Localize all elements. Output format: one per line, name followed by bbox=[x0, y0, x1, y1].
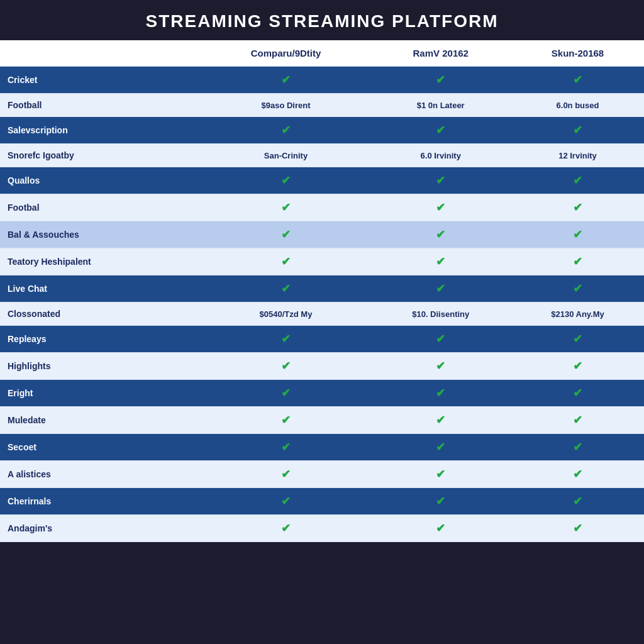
check-icon: ✔ bbox=[281, 387, 291, 399]
check-icon: ✔ bbox=[436, 201, 445, 214]
comparison-table: Comparu/9Dtity RamV 20162 Skun-20168 Cri… bbox=[0, 40, 644, 542]
cell-col1: ✔ bbox=[202, 194, 370, 221]
feature-label: Muledate bbox=[0, 407, 202, 434]
cell-col3: ✔ bbox=[511, 194, 644, 221]
price-value: $9aso Dirent bbox=[261, 101, 310, 110]
check-icon: ✔ bbox=[281, 360, 291, 372]
check-icon: ✔ bbox=[436, 255, 445, 268]
table-row: Cherirnals✔✔✔ bbox=[0, 488, 644, 515]
check-icon: ✔ bbox=[573, 522, 582, 535]
check-icon: ✔ bbox=[281, 282, 291, 295]
check-icon: ✔ bbox=[573, 387, 582, 399]
table-row: Bal & Assouches✔✔✔ bbox=[0, 221, 644, 248]
cell-col1: ✔ bbox=[202, 461, 370, 488]
check-icon: ✔ bbox=[436, 74, 445, 86]
cell-col2: ✔ bbox=[370, 117, 511, 144]
check-icon: ✔ bbox=[573, 255, 582, 268]
cell-col1: ✔ bbox=[202, 167, 370, 194]
price-value: $2130 Any.My bbox=[551, 309, 604, 319]
cell-col2: ✔ bbox=[370, 275, 511, 303]
cell-col3: ✔ bbox=[511, 434, 644, 461]
check-icon: ✔ bbox=[281, 333, 291, 345]
price-value: 6.0 Irvinity bbox=[421, 151, 461, 160]
page-header: STREAMING STREAMING PLATFORM bbox=[0, 0, 644, 40]
price-value: 6.0n bused bbox=[557, 101, 599, 110]
check-icon: ✔ bbox=[436, 414, 445, 426]
check-icon: ✔ bbox=[281, 495, 291, 508]
check-icon: ✔ bbox=[436, 360, 445, 372]
table-row: Andagim's✔✔✔ bbox=[0, 515, 644, 542]
check-icon: ✔ bbox=[281, 522, 291, 535]
feature-label: Andagim's bbox=[0, 515, 202, 542]
price-value: $10. Diisentiny bbox=[412, 309, 469, 319]
cell-col2: ✔ bbox=[370, 67, 511, 94]
check-icon: ✔ bbox=[281, 255, 291, 268]
cell-col2: ✔ bbox=[370, 434, 511, 461]
cell-col2: 6.0 Irvinity bbox=[370, 144, 511, 167]
table-row: Footbal✔✔✔ bbox=[0, 194, 644, 221]
main-container: STREAMING STREAMING PLATFORM Comparu/9Dt… bbox=[0, 0, 644, 644]
check-icon: ✔ bbox=[573, 441, 582, 453]
check-icon: ✔ bbox=[436, 228, 445, 241]
check-icon: ✔ bbox=[436, 522, 445, 535]
table-row: Live Chat✔✔✔ bbox=[0, 275, 644, 303]
check-icon: ✔ bbox=[281, 124, 291, 136]
price-value: 12 Irvinity bbox=[558, 151, 597, 160]
check-icon: ✔ bbox=[281, 228, 291, 241]
table-row: Cricket✔✔✔ bbox=[0, 67, 644, 94]
cell-col2: ✔ bbox=[370, 248, 511, 275]
cell-col3: $2130 Any.My bbox=[511, 303, 644, 326]
table-row: Football$9aso Dirent$1 0n Lateer6.0n bus… bbox=[0, 94, 644, 117]
table-row: Repleays✔✔✔ bbox=[0, 326, 644, 353]
table-row: Snorefc IgoatbySan-Crinity6.0 Irvinity12… bbox=[0, 144, 644, 167]
table-row: Clossonated$0540/Tzd My$10. Diisentiny$2… bbox=[0, 303, 644, 326]
cell-col3: ✔ bbox=[511, 117, 644, 144]
feature-label: Teatory Heshipalent bbox=[0, 248, 202, 275]
cell-col2: ✔ bbox=[370, 407, 511, 434]
check-icon: ✔ bbox=[436, 282, 445, 295]
feature-label: Live Chat bbox=[0, 275, 202, 303]
feature-label: Football bbox=[0, 94, 202, 117]
cell-col3: 12 Irvinity bbox=[511, 144, 644, 167]
col3-header: Skun-20168 bbox=[511, 40, 644, 67]
feature-label: Footbal bbox=[0, 194, 202, 221]
cell-col3: ✔ bbox=[511, 167, 644, 194]
cell-col3: ✔ bbox=[511, 221, 644, 248]
page-title: STREAMING STREAMING PLATFORM bbox=[6, 11, 638, 31]
cell-col3: ✔ bbox=[511, 275, 644, 303]
feature-label: Highlights bbox=[0, 353, 202, 380]
table-row: Highlights✔✔✔ bbox=[0, 353, 644, 380]
col2-header: RamV 20162 bbox=[370, 40, 511, 67]
check-icon: ✔ bbox=[281, 74, 291, 86]
table-wrapper: Comparu/9Dtity RamV 20162 Skun-20168 Cri… bbox=[0, 40, 644, 542]
cell-col2: ✔ bbox=[370, 488, 511, 515]
check-icon: ✔ bbox=[436, 174, 445, 187]
table-row: Muledate✔✔✔ bbox=[0, 407, 644, 434]
table-row: Secoet✔✔✔ bbox=[0, 434, 644, 461]
cell-col3: ✔ bbox=[511, 326, 644, 353]
cell-col1: ✔ bbox=[202, 67, 370, 94]
cell-col2: ✔ bbox=[370, 461, 511, 488]
check-icon: ✔ bbox=[573, 360, 582, 372]
cell-col1: ✔ bbox=[202, 515, 370, 542]
feature-label: Salevscription bbox=[0, 117, 202, 144]
cell-col3: 6.0n bused bbox=[511, 94, 644, 117]
cell-col1: ✔ bbox=[202, 275, 370, 303]
feature-label: Cricket bbox=[0, 67, 202, 94]
check-icon: ✔ bbox=[573, 174, 582, 187]
price-value: San-Crinity bbox=[264, 151, 308, 160]
cell-col1: ✔ bbox=[202, 380, 370, 407]
col1-header: Comparu/9Dtity bbox=[202, 40, 370, 67]
cell-col3: ✔ bbox=[511, 407, 644, 434]
check-icon: ✔ bbox=[573, 282, 582, 295]
col-feature-header bbox=[0, 40, 202, 67]
cell-col1: ✔ bbox=[202, 326, 370, 353]
cell-col2: ✔ bbox=[370, 515, 511, 542]
table-header-row: Comparu/9Dtity RamV 20162 Skun-20168 bbox=[0, 40, 644, 67]
cell-col2: $1 0n Lateer bbox=[370, 94, 511, 117]
price-value: $1 0n Lateer bbox=[417, 101, 465, 110]
table-row: Salevscription✔✔✔ bbox=[0, 117, 644, 144]
check-icon: ✔ bbox=[281, 174, 291, 187]
cell-col2: ✔ bbox=[370, 194, 511, 221]
cell-col1: ✔ bbox=[202, 248, 370, 275]
